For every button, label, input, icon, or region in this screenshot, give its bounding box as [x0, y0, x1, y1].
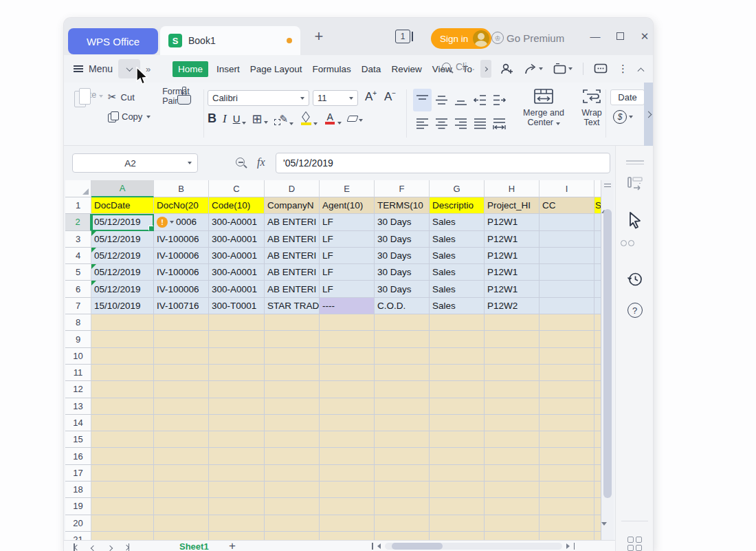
cell[interactable]: [485, 365, 540, 381]
collapse-ribbon-icon[interactable]: [638, 67, 645, 74]
fill-color-button[interactable]: [300, 112, 318, 125]
scroll-left-button[interactable]: [377, 543, 381, 549]
cell[interactable]: DocNo(20: [154, 197, 209, 214]
cell[interactable]: [540, 465, 594, 482]
cell[interactable]: [540, 448, 594, 464]
cell[interactable]: [320, 448, 375, 464]
cell[interactable]: 30 Days: [375, 214, 430, 230]
cell[interactable]: [430, 532, 485, 540]
cell[interactable]: 05/12/2019: [91, 231, 154, 248]
cell[interactable]: [91, 314, 154, 331]
cell[interactable]: [375, 532, 430, 540]
align-top-button[interactable]: [413, 89, 432, 111]
cell-partial[interactable]: [594, 365, 601, 381]
cell[interactable]: [430, 515, 485, 532]
row-header-17[interactable]: 17: [65, 465, 91, 482]
next-sheet-button[interactable]: [107, 545, 112, 550]
cell[interactable]: [375, 314, 430, 331]
cell[interactable]: [91, 381, 154, 398]
cell[interactable]: [209, 465, 265, 482]
cell-partial[interactable]: [594, 398, 601, 415]
cell[interactable]: [430, 381, 485, 398]
split-handle-icon[interactable]: [372, 543, 373, 550]
cell[interactable]: [320, 331, 375, 347]
cell-partial[interactable]: [594, 482, 601, 498]
cell[interactable]: [91, 515, 154, 532]
align-center-button[interactable]: [432, 112, 451, 135]
cell[interactable]: [430, 314, 485, 331]
cell[interactable]: [209, 482, 265, 498]
cell-partial[interactable]: [594, 431, 601, 448]
cell[interactable]: [430, 365, 485, 381]
cell[interactable]: 05/12/2019: [91, 214, 154, 230]
cell[interactable]: [209, 398, 265, 415]
row-header-4[interactable]: 4: [65, 248, 91, 264]
cell[interactable]: [540, 214, 594, 230]
cell[interactable]: !0006: [154, 214, 209, 230]
cell-partial[interactable]: [594, 248, 601, 264]
column-header-partial[interactable]: [594, 180, 601, 197]
cell[interactable]: [209, 348, 265, 365]
cell[interactable]: [265, 398, 320, 415]
copy-button[interactable]: Copy: [108, 111, 151, 122]
cell[interactable]: CC: [540, 197, 594, 214]
cell[interactable]: LF: [320, 248, 375, 264]
cell[interactable]: [265, 365, 320, 381]
cell[interactable]: AB ENTERI: [265, 231, 320, 248]
cell-partial[interactable]: [594, 281, 601, 297]
name-box[interactable]: A2: [72, 153, 198, 173]
tab-formulas[interactable]: Formulas: [311, 61, 353, 77]
cell[interactable]: Descriptio: [430, 197, 485, 214]
cell[interactable]: [540, 298, 594, 314]
row-header-8[interactable]: 8: [65, 314, 91, 331]
cell[interactable]: [485, 498, 540, 515]
cell[interactable]: [375, 348, 430, 365]
cell[interactable]: [91, 415, 154, 431]
cell-partial[interactable]: [594, 515, 601, 532]
comment-icon[interactable]: [594, 63, 608, 75]
cell[interactable]: [265, 532, 320, 540]
cell[interactable]: 300-A0001: [209, 264, 265, 281]
cell[interactable]: 05/12/2019: [91, 264, 154, 281]
cell[interactable]: [209, 331, 265, 347]
cell-partial[interactable]: [594, 465, 601, 482]
document-tab[interactable]: S Book1: [160, 26, 300, 55]
tab-home[interactable]: Home: [173, 61, 208, 77]
ribbon-expand-button[interactable]: [644, 83, 653, 146]
cell[interactable]: P12W1: [485, 231, 540, 248]
cell[interactable]: [265, 415, 320, 431]
horizontal-scrollbar[interactable]: [385, 543, 562, 550]
cell[interactable]: [154, 365, 209, 381]
cell[interactable]: [154, 515, 209, 532]
cell[interactable]: [154, 431, 209, 448]
cell[interactable]: P12W1: [485, 281, 540, 297]
format-painter-button[interactable]: Format Painter: [153, 87, 199, 106]
cell[interactable]: Code(10): [209, 197, 265, 214]
last-sheet-button[interactable]: [124, 543, 130, 551]
row-header-3[interactable]: 3: [65, 231, 91, 248]
cell[interactable]: [540, 498, 594, 515]
cell[interactable]: [91, 465, 154, 482]
cell[interactable]: [265, 381, 320, 398]
cell[interactable]: [540, 431, 594, 448]
cell[interactable]: [375, 365, 430, 381]
cell[interactable]: [320, 482, 375, 498]
cell[interactable]: [154, 314, 209, 331]
cell[interactable]: [154, 532, 209, 540]
formula-input[interactable]: [276, 153, 610, 173]
borders-button[interactable]: ⊞: [252, 114, 268, 124]
cell[interactable]: [320, 381, 375, 398]
cell[interactable]: [91, 448, 154, 464]
cell[interactable]: [430, 398, 485, 415]
cell-partial[interactable]: [594, 498, 601, 515]
cell[interactable]: [209, 381, 265, 398]
cell[interactable]: P12W1: [485, 248, 540, 264]
row-header-18[interactable]: 18: [65, 482, 91, 498]
cut-button[interactable]: ✂Cut: [108, 91, 151, 103]
row-header-15[interactable]: 15: [65, 431, 91, 448]
wrap-text-button[interactable]: Wrap Text: [574, 88, 610, 127]
cell[interactable]: 300-A0001: [209, 231, 265, 248]
cell[interactable]: [540, 264, 594, 281]
cell[interactable]: [485, 482, 540, 498]
column-header-i[interactable]: I: [540, 180, 594, 197]
